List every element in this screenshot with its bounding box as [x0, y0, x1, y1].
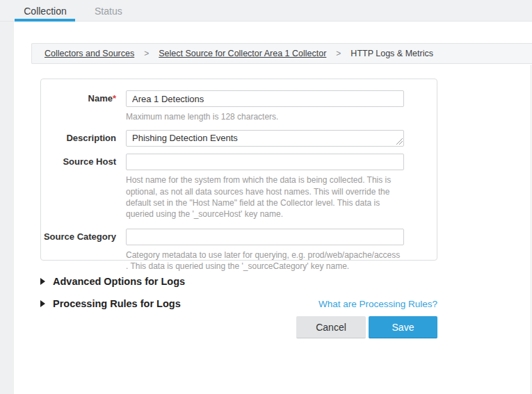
form-action-buttons: Cancel Save — [40, 316, 437, 338]
breadcrumb-separator-icon: > — [144, 49, 149, 58]
source-host-help-text: Host name for the system from which the … — [126, 174, 403, 220]
what-are-processing-rules-link[interactable]: What are Processing Rules? — [319, 299, 437, 309]
source-host-label: Source Host — [41, 154, 116, 167]
source-category-help-text: Category metadata to use later for query… — [126, 249, 403, 272]
cancel-button[interactable]: Cancel — [296, 316, 366, 338]
breadcrumb-select-source[interactable]: Select Source for Collector Area 1 Colle… — [159, 49, 326, 58]
name-input[interactable] — [126, 90, 404, 107]
main-panel: Collectors and Sources > Select Source f… — [14, 22, 532, 394]
description-field-row: Description Phishing Detection Events — [41, 130, 437, 147]
breadcrumb-current-page: HTTP Logs & Metrics — [350, 49, 433, 58]
collapsed-triangle-icon — [40, 300, 45, 307]
source-host-field-row: Source Host Host name for the system fro… — [41, 154, 437, 220]
top-tab-bar: Collection Status — [0, 0, 532, 22]
required-asterisk: * — [113, 93, 116, 104]
processing-rules-label: Processing Rules for Logs — [53, 298, 181, 309]
panel-right-divider — [531, 65, 531, 394]
breadcrumb-collectors-and-sources[interactable]: Collectors and Sources — [45, 49, 134, 58]
advanced-options-label: Advanced Options for Logs — [53, 276, 185, 287]
description-input[interactable]: Phishing Detection Events — [126, 130, 404, 147]
description-label: Description — [41, 130, 116, 143]
source-category-label: Source Category — [41, 229, 116, 242]
source-host-input[interactable] — [126, 154, 404, 170]
breadcrumb: Collectors and Sources > Select Source f… — [31, 43, 532, 64]
source-category-field-row: Source Category Category metadata to use… — [41, 229, 437, 272]
name-label: Name* — [41, 90, 116, 104]
save-button[interactable]: Save — [369, 316, 437, 338]
source-category-input[interactable] — [126, 229, 404, 245]
name-field-row: Name* Maximum name length is 128 charact… — [41, 90, 437, 122]
tab-collection[interactable]: Collection — [15, 6, 76, 17]
tab-status[interactable]: Status — [95, 6, 122, 17]
advanced-options-expander[interactable]: Advanced Options for Logs — [40, 275, 437, 288]
name-help-text: Maximum name length is 128 characters. — [126, 111, 403, 122]
breadcrumb-separator-icon: > — [336, 49, 341, 58]
source-config-form: Name* Maximum name length is 128 charact… — [40, 79, 437, 261]
name-label-text: Name — [88, 93, 113, 104]
collapsed-triangle-icon — [40, 278, 45, 285]
processing-rules-expander[interactable]: Processing Rules for Logs What are Proce… — [40, 297, 437, 310]
